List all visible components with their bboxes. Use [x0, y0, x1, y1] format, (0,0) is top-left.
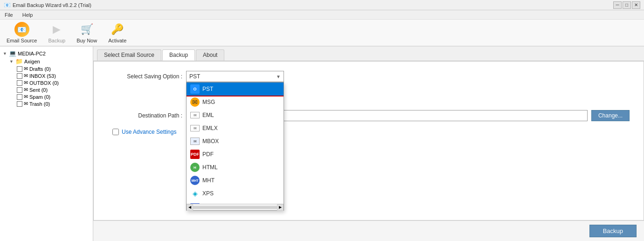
mbox-icon: ✉ — [190, 137, 200, 146]
axigen-label: Axigen — [24, 59, 40, 64]
menu-help[interactable]: Help — [20, 11, 36, 19]
tree-item-sent[interactable]: ✉ Sent (0) — [2, 86, 91, 93]
dropdown-item-pdf[interactable]: PDF PDF — [187, 148, 284, 161]
mbox-label: MBOX — [202, 138, 219, 145]
inbox-icon: ✉ — [24, 73, 28, 79]
selected-option-text: PST — [189, 73, 200, 80]
expand-icon: ▼ — [3, 51, 7, 56]
dropdown-item-mht[interactable]: MHT MHT — [187, 174, 284, 187]
dropdown-item-emlx[interactable]: ✉ EMLX — [187, 122, 284, 135]
tab-bar: Select Email Source Backup About — [93, 47, 644, 61]
axigen-folder-icon: 📁 — [15, 58, 23, 65]
pdf-icon: PDF — [190, 150, 200, 159]
buy-now-button[interactable]: 🛒 Buy Now — [74, 21, 100, 44]
spam-checkbox[interactable] — [17, 94, 22, 100]
saving-option-select[interactable]: PST ▼ — [186, 71, 284, 82]
inbox-checkbox[interactable] — [17, 73, 22, 79]
dropdown-item-mbox[interactable]: ✉ MBOX — [187, 135, 284, 148]
minimize-button[interactable]: ─ — [613, 1, 622, 9]
msg-label: MSG — [202, 99, 215, 105]
activate-label: Activate — [108, 38, 126, 43]
outbox-icon: ✉ — [24, 80, 28, 86]
tree-item-spam[interactable]: ✉ Spam (0) — [2, 93, 91, 100]
tree-item-outbox[interactable]: ✉ OUTBOX (0) — [2, 79, 91, 86]
dropdown-item-html[interactable]: H HTML — [187, 161, 284, 174]
tree-item-inbox[interactable]: ✉ INBOX (53) — [2, 72, 91, 79]
emlx-label: EMLX — [202, 125, 218, 131]
key-icon: 🔑 — [110, 22, 125, 37]
mht-label: MHT — [202, 177, 215, 184]
drafts-label: Drafts (0) — [29, 66, 51, 72]
html-label: HTML — [202, 164, 218, 171]
xps-icon: ◈ — [190, 189, 200, 198]
tree-item-trash[interactable]: ✉ Trash (0) — [2, 100, 91, 107]
email-source-label: Email Source — [7, 38, 37, 43]
backup-icon: ▶ — [49, 22, 64, 37]
dropdown-list-inner: O PST ✉ MSG — [187, 83, 284, 204]
trash-label: Trash (0) — [29, 101, 50, 107]
advance-settings-checkbox[interactable] — [112, 129, 119, 135]
hscroll-right-btn[interactable]: ▶ — [277, 204, 284, 211]
buy-now-label: Buy Now — [76, 38, 97, 43]
rtf-label: RTF — [202, 203, 213, 204]
html-icon: H — [190, 163, 200, 172]
maximize-button[interactable]: □ — [623, 1, 631, 9]
backup-tab-content: Select Saving Option : PST ▼ O — [93, 61, 644, 220]
window-title: Email Backup Wizard v8.2.2 (Trial) — [13, 2, 91, 8]
dropdown-hscrollbar[interactable]: ◀ ▶ — [187, 204, 284, 210]
dropdown-item-msg[interactable]: ✉ MSG — [187, 96, 284, 109]
destination-path-label: Destination Path : — [108, 112, 182, 119]
toolbar: 📧 Email Source ▶ Backup 🛒 Buy Now 🔑 Acti… — [0, 20, 644, 47]
drafts-checkbox[interactable] — [17, 66, 22, 72]
select-saving-option-row: Select Saving Option : PST ▼ O — [108, 71, 630, 82]
tab-select-email-source[interactable]: Select Email Source — [97, 49, 161, 61]
dropdown-list: O PST ✉ MSG — [186, 82, 284, 211]
sent-label: Sent (0) — [29, 87, 48, 93]
tree-item-drafts[interactable]: ✉ Drafts (0) — [2, 65, 91, 72]
computer-icon: 💻 — [9, 50, 16, 57]
emlx-icon: ✉ — [190, 124, 200, 133]
email-source-icon: 📧 — [14, 22, 29, 37]
rtf-icon: RTF — [190, 202, 200, 204]
bottom-bar: Backup — [93, 220, 644, 241]
media-pc2-label: MEDIA-PC2 — [18, 51, 46, 56]
spam-label: Spam (0) — [29, 94, 50, 100]
close-button[interactable]: ✕ — [632, 1, 640, 9]
xps-label: XPS — [202, 190, 214, 197]
activate-button[interactable]: 🔑 Activate — [105, 21, 129, 44]
tab-backup[interactable]: Backup — [162, 49, 195, 61]
pst-label: PST — [202, 86, 213, 92]
tab-about[interactable]: About — [196, 49, 224, 61]
inbox-label: INBOX (53) — [29, 73, 56, 79]
dropdown-item-xps[interactable]: ◈ XPS — [187, 187, 284, 200]
outbox-checkbox[interactable] — [17, 80, 22, 86]
trash-checkbox[interactable] — [17, 101, 22, 107]
email-source-button[interactable]: 📧 Email Source — [4, 21, 40, 44]
dropdown-item-pst[interactable]: O PST — [187, 83, 284, 96]
spam-icon: ✉ — [24, 94, 28, 100]
title-bar-controls: ─ □ ✕ — [613, 1, 640, 9]
mht-icon: MHT — [190, 176, 200, 185]
saving-option-dropdown[interactable]: PST ▼ O PST — [186, 71, 284, 82]
title-bar-left: 📧 Email Backup Wizard v8.2.2 (Trial) — [4, 2, 91, 8]
dropdown-arrow-icon: ▼ — [276, 74, 281, 79]
backup-toolbar-label: Backup — [48, 38, 65, 43]
tree-item-media-pc2[interactable]: ▼ 💻 MEDIA-PC2 — [2, 49, 91, 57]
title-bar: 📧 Email Backup Wizard v8.2.2 (Trial) ─ □… — [0, 0, 644, 10]
content-area: Select Email Source Backup About Select … — [93, 47, 644, 241]
drafts-icon: ✉ — [24, 66, 28, 72]
dropdown-item-rtf[interactable]: RTF RTF — [187, 200, 284, 204]
backup-toolbar-button[interactable]: ▶ Backup — [45, 21, 68, 44]
pst-icon: O — [190, 84, 200, 94]
tree-item-axigen[interactable]: ▼ 📁 Axigen — [2, 57, 91, 65]
menu-file[interactable]: File — [2, 11, 16, 19]
dropdown-item-eml[interactable]: ✉ EML — [187, 109, 284, 122]
pdf-label: PDF — [202, 151, 214, 158]
backup-button[interactable]: Backup — [589, 225, 637, 237]
change-button[interactable]: Change... — [591, 110, 630, 121]
sent-checkbox[interactable] — [17, 87, 22, 93]
msg-icon: ✉ — [190, 97, 200, 107]
sent-icon: ✉ — [24, 87, 28, 93]
hscroll-left-btn[interactable]: ◀ — [187, 204, 193, 211]
advance-settings-label: Use Advance Settings — [122, 129, 176, 135]
